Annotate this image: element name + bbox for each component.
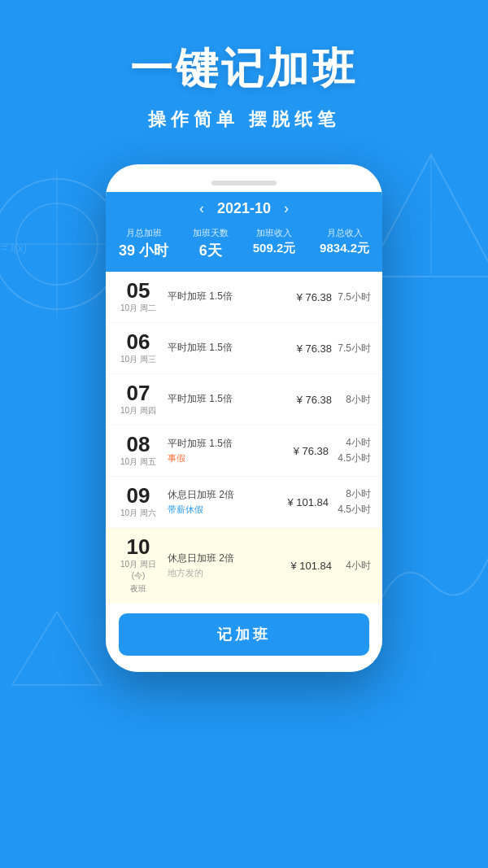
record-type-08: 平时加班 1.5倍 (168, 437, 283, 451)
stat-label-1: 加班天数 (193, 227, 229, 239)
app-header: 一键记加班 操作简单 摆脱纸笔 (0, 0, 488, 148)
prev-month-button[interactable]: ‹ (199, 200, 204, 217)
record-hours-09-line2: 4.5小时 (329, 502, 371, 517)
app-month-header: ‹ 2021-10 › 月总加班 39 小时 加班天数 6天 加班收入 509.… (106, 192, 382, 272)
records-list: 05 10月 周二 平时加班 1.5倍 ¥ 76.38 7.5小时 06 10月… (106, 272, 382, 603)
record-week-08: 10月 周五 (117, 456, 159, 468)
stat-overtime-days: 加班天数 6天 (193, 227, 229, 260)
record-type-05: 平时加班 1.5倍 (168, 290, 286, 303)
record-amount-06: ¥ 76.38 (286, 342, 332, 355)
record-amount-10: ¥ 101.84 (286, 560, 332, 572)
stat-total-overtime: 月总加班 39 小时 (119, 227, 168, 260)
record-week-05: 10月 周二 (117, 303, 159, 314)
record-item-09[interactable]: 09 10月 周六 休息日加班 2倍 带薪休假 ¥ 101.84 8小时 4.5… (106, 477, 382, 527)
record-hours-08: 4小时 4.5小时 (329, 435, 371, 466)
record-week-09: 10月 周六 (117, 508, 159, 519)
record-note-10: 地方发的 (168, 567, 286, 579)
record-hours-08-line2: 4.5小时 (329, 451, 371, 466)
record-date-06: 06 10月 周三 (117, 331, 159, 365)
record-date-10: 10 10月 周日(今) 夜班 (117, 536, 159, 595)
stat-value-0: 39 小时 (119, 241, 168, 260)
record-date-07: 07 10月 周四 (117, 382, 159, 417)
main-subtitle: 操作简单 摆脱纸笔 (0, 107, 488, 132)
record-details-08: 平时加班 1.5倍 事假 (159, 437, 283, 465)
record-hours-08-line1: 4小时 (329, 435, 371, 451)
stat-value-3: 9834.2元 (320, 241, 369, 256)
notch-bar (211, 181, 277, 185)
record-type-06: 平时加班 1.5倍 (168, 341, 286, 355)
record-hours-05: 7.5小时 (332, 290, 371, 304)
record-date-09: 09 10月 周六 (117, 485, 159, 519)
month-navigation: ‹ 2021-10 › (119, 200, 369, 217)
stat-label-2: 加班收入 (253, 227, 296, 239)
record-item-05[interactable]: 05 10月 周二 平时加班 1.5倍 ¥ 76.38 7.5小时 (106, 272, 382, 322)
cta-area: 记加班 (106, 604, 382, 672)
record-type-10: 休息日加班 2倍 (168, 552, 286, 565)
record-hours-09-line1: 8小时 (329, 486, 371, 502)
record-amount-08: ¥ 76.38 (283, 445, 329, 457)
record-night-10: 夜班 (117, 583, 159, 595)
record-amount-07: ¥ 76.38 (286, 394, 332, 406)
record-item-08[interactable]: 08 10月 周五 平时加班 1.5倍 事假 ¥ 76.38 4小时 4.5小时 (106, 425, 382, 476)
record-details-05: 平时加班 1.5倍 (159, 290, 286, 305)
stat-value-1: 6天 (193, 241, 229, 260)
phone-frame: ‹ 2021-10 › 月总加班 39 小时 加班天数 6天 加班收入 509.… (106, 164, 382, 672)
record-details-06: 平时加班 1.5倍 (159, 341, 286, 356)
record-details-07: 平时加班 1.5倍 (159, 392, 286, 408)
stat-value-2: 509.2元 (253, 241, 296, 256)
record-details-09: 休息日加班 2倍 带薪休假 (159, 488, 283, 516)
current-month: 2021-10 (217, 200, 271, 217)
main-title: 一键记加班 (0, 41, 488, 98)
record-type-09: 休息日加班 2倍 (168, 488, 283, 502)
record-item-07[interactable]: 07 10月 周四 平时加班 1.5倍 ¥ 76.38 8小时 (106, 374, 382, 425)
phone-mockup: ‹ 2021-10 › 月总加班 39 小时 加班天数 6天 加班收入 509.… (0, 164, 488, 672)
record-hours-07: 8小时 (332, 393, 371, 407)
record-day-05: 05 (117, 280, 159, 301)
stat-total-income: 月总收入 9834.2元 (320, 227, 369, 260)
stats-row: 月总加班 39 小时 加班天数 6天 加班收入 509.2元 月总收入 9834… (119, 227, 369, 260)
record-hours-09: 8小时 4.5小时 (329, 486, 371, 517)
next-month-button[interactable]: › (284, 200, 289, 217)
record-week-07: 10月 周四 (117, 405, 159, 417)
record-day-09: 09 (117, 485, 159, 506)
record-amount-09: ¥ 101.84 (283, 496, 329, 508)
cta-button[interactable]: 记加班 (119, 613, 369, 656)
record-day-10: 10 (117, 536, 159, 557)
record-amount-05: ¥ 76.38 (286, 291, 332, 303)
record-hours-10: 4小时 (332, 559, 371, 573)
record-details-10: 休息日加班 2倍 地方发的 (159, 552, 286, 579)
stat-label-3: 月总收入 (320, 227, 369, 239)
record-type-07: 平时加班 1.5倍 (168, 392, 286, 406)
record-item-06[interactable]: 06 10月 周三 平时加班 1.5倍 ¥ 76.38 7.5小时 (106, 323, 382, 373)
stat-label-0: 月总加班 (119, 227, 168, 239)
record-date-05: 05 10月 周二 (117, 280, 159, 314)
record-tag-08: 事假 (168, 452, 283, 465)
record-day-08: 08 (117, 434, 159, 455)
stat-overtime-income: 加班收入 509.2元 (253, 227, 296, 260)
record-tag-09: 带薪休假 (168, 504, 283, 516)
record-day-06: 06 (117, 331, 159, 352)
record-day-07: 07 (117, 382, 159, 403)
record-week-06: 10月 周三 (117, 354, 159, 365)
record-week-10: 10月 周日(今) (117, 559, 159, 582)
record-hours-06: 7.5小时 (332, 342, 371, 355)
phone-notch (106, 181, 382, 185)
record-date-08: 08 10月 周五 (117, 434, 159, 468)
record-item-10[interactable]: 10 10月 周日(今) 夜班 休息日加班 2倍 地方发的 ¥ 101.84 4… (106, 528, 382, 603)
